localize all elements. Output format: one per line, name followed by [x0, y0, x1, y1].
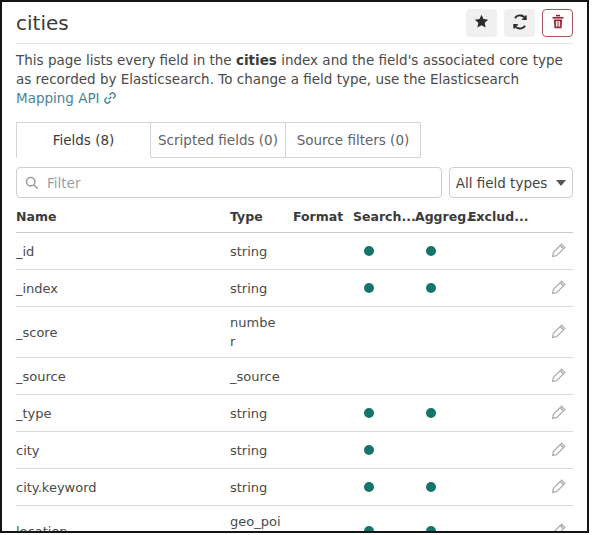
- aggregatable-dot-icon: [426, 246, 436, 256]
- trash-icon: [551, 14, 565, 32]
- field-searchable: [353, 283, 415, 293]
- field-searchable: [353, 408, 415, 418]
- field-name: _type: [16, 406, 230, 421]
- pencil-icon: [550, 322, 568, 343]
- table-row: citystring: [16, 432, 573, 469]
- refresh-button[interactable]: [504, 9, 535, 37]
- searchable-dot-icon: [364, 246, 374, 256]
- star-icon: [474, 14, 489, 32]
- fields-toolbar: All field types: [16, 167, 573, 198]
- edit-field-button[interactable]: [547, 519, 571, 533]
- pencil-icon: [550, 477, 568, 498]
- aggregatable-dot-icon: [426, 526, 436, 533]
- field-type: string: [230, 398, 293, 429]
- field-name: city: [16, 443, 230, 458]
- chevron-down-icon: [556, 180, 566, 186]
- edit-field-button[interactable]: [547, 475, 571, 499]
- column-header: Aggreg...: [415, 209, 468, 230]
- pencil-icon: [550, 241, 568, 262]
- tab-bar: Fields (8)Scripted fields (0)Source filt…: [16, 122, 573, 158]
- searchable-dot-icon: [364, 445, 374, 455]
- field-aggregatable: [415, 482, 468, 492]
- field-name: _source: [16, 369, 230, 384]
- edit-field-button[interactable]: [547, 320, 571, 344]
- tab-scripted[interactable]: Scripted fields (0): [151, 122, 286, 158]
- column-header: Format: [293, 209, 353, 230]
- table-row: _source_source: [16, 358, 573, 395]
- aggregatable-dot-icon: [426, 408, 436, 418]
- field-aggregatable: [415, 283, 468, 293]
- field-aggregatable: [415, 408, 468, 418]
- pencil-icon: [550, 440, 568, 461]
- edit-field-button[interactable]: [547, 401, 571, 425]
- field-type-dropdown-value: All field types: [456, 175, 548, 191]
- table-row: locationgeo_poi nt: [16, 506, 573, 533]
- field-searchable: [353, 445, 415, 455]
- favorite-button[interactable]: [466, 9, 497, 37]
- mapping-api-link[interactable]: Mapping API: [16, 90, 100, 106]
- field-type: string: [230, 472, 293, 503]
- field-searchable: [353, 482, 415, 492]
- field-aggregatable: [415, 526, 468, 533]
- edit-field-button[interactable]: [547, 239, 571, 263]
- column-header: Name: [16, 209, 230, 230]
- field-type: _source: [230, 361, 293, 392]
- column-header: Search...: [353, 209, 415, 230]
- filter-field: [16, 167, 442, 198]
- link-icon: [103, 92, 117, 108]
- searchable-dot-icon: [364, 526, 374, 533]
- field-type: string: [230, 435, 293, 466]
- searchable-dot-icon: [364, 408, 374, 418]
- pencil-icon: [550, 366, 568, 387]
- filter-input[interactable]: [16, 167, 442, 198]
- aggregatable-dot-icon: [426, 283, 436, 293]
- tab-fields[interactable]: Fields (8): [16, 122, 151, 158]
- field-name: location: [16, 524, 230, 534]
- pencil-icon: [550, 403, 568, 424]
- page-description: This page lists every field in the citie…: [16, 44, 573, 119]
- header-actions: [466, 9, 573, 37]
- tab-source[interactable]: Source filters (0): [286, 122, 421, 158]
- field-type: string: [230, 236, 293, 267]
- page-header: cities: [16, 2, 573, 44]
- field-name: _id: [16, 244, 230, 259]
- searchable-dot-icon: [364, 482, 374, 492]
- fields-table-body: _idstring_indexstring_scorenumbe r_sourc…: [16, 233, 573, 533]
- fields-table: NameTypeFormatSearch...Aggreg...Exclud..…: [16, 206, 573, 533]
- table-row: _idstring: [16, 233, 573, 270]
- edit-field-button[interactable]: [547, 276, 571, 300]
- refresh-icon: [512, 14, 528, 33]
- pencil-icon: [550, 521, 568, 534]
- field-type-dropdown[interactable]: All field types: [449, 167, 573, 198]
- pencil-icon: [550, 278, 568, 299]
- description-text-1: This page lists every field in the: [16, 52, 236, 68]
- edit-field-button[interactable]: [547, 438, 571, 462]
- aggregatable-dot-icon: [426, 482, 436, 492]
- searchable-dot-icon: [364, 283, 374, 293]
- field-name: _index: [16, 281, 230, 296]
- delete-button[interactable]: [542, 9, 573, 37]
- table-row: _scorenumbe r: [16, 307, 573, 358]
- column-header: Type: [230, 209, 293, 230]
- fields-table-header: NameTypeFormatSearch...Aggreg...Exclud..…: [16, 206, 573, 233]
- table-row: _indexstring: [16, 270, 573, 307]
- field-searchable: [353, 246, 415, 256]
- column-header: Exclud...: [468, 209, 534, 230]
- field-name: city.keyword: [16, 480, 230, 495]
- edit-field-button[interactable]: [547, 364, 571, 388]
- field-aggregatable: [415, 246, 468, 256]
- search-icon: [25, 175, 39, 194]
- field-type: geo_poi nt: [230, 506, 293, 533]
- index-name: cities: [236, 52, 277, 68]
- page-title: cities: [16, 11, 69, 35]
- table-row: _typestring: [16, 395, 573, 432]
- index-pattern-page: cities: [0, 0, 589, 533]
- field-name: _score: [16, 325, 230, 340]
- field-searchable: [353, 526, 415, 533]
- field-type: numbe r: [230, 307, 293, 357]
- field-type: string: [230, 273, 293, 304]
- table-row: city.keywordstring: [16, 469, 573, 506]
